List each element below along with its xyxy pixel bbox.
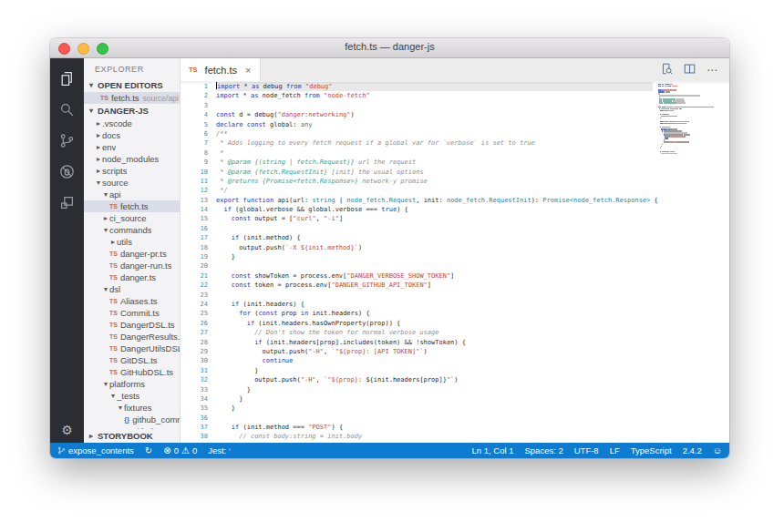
tree-item-danger-run-ts[interactable]: TSdanger-run.ts bbox=[84, 260, 180, 271]
tree-item-danger-pr-ts[interactable]: TSdanger-pr.ts bbox=[84, 248, 180, 260]
code-line-2[interactable]: 2import * as node_fetch from "node-fetch… bbox=[181, 91, 653, 100]
code-line-20[interactable]: 20 bbox=[181, 261, 653, 271]
cursor-position[interactable]: Ln 1, Col 1 bbox=[472, 445, 514, 455]
code-line-22[interactable]: 22 const token = process.env["DANGER_GIT… bbox=[181, 281, 653, 290]
code-line-32[interactable]: 32 output.push("-H", `"${prop}: ${init.h… bbox=[181, 375, 653, 384]
open-editor-fetch-ts[interactable]: TS fetch.ts source/api bbox=[84, 92, 180, 104]
tree-item-danger-ts[interactable]: TSdanger.ts bbox=[84, 271, 180, 283]
code-line-10[interactable]: 10 * @param {fetch.RequestInit} [init] t… bbox=[181, 168, 653, 177]
sidebar-item-extensions[interactable] bbox=[50, 189, 84, 220]
code-line-16[interactable]: 16 bbox=[181, 224, 653, 233]
sidebar-item-source-control[interactable] bbox=[50, 127, 84, 158]
split-editor-icon[interactable] bbox=[684, 62, 696, 78]
code-line-38[interactable]: 38 // const body:string = init.body bbox=[181, 432, 653, 441]
tree-item-dangerresults-ts[interactable]: TSDangerResults.ts bbox=[84, 331, 180, 343]
tree-item--tests[interactable]: ▾_tests bbox=[84, 390, 180, 402]
tab-label: fetch.ts bbox=[205, 65, 237, 76]
typescript-file-icon: TS bbox=[109, 369, 118, 375]
tree-item-githubdsl-ts[interactable]: TSGitHubDSL.ts bbox=[84, 366, 180, 378]
problems-status[interactable]: ⊗ 0 ⚠ 0 bbox=[163, 445, 197, 455]
tree-item-api[interactable]: ▾api bbox=[84, 189, 180, 200]
tree-item-dangerdsl-ts[interactable]: TSDangerDSL.ts bbox=[84, 319, 180, 331]
titlebar[interactable]: fetch.ts — danger-js bbox=[50, 38, 729, 58]
code-line-21[interactable]: 21 const showToken = process.env["DANGER… bbox=[181, 271, 653, 281]
code-line-19[interactable]: 19 } bbox=[181, 252, 653, 261]
code-line-3[interactable]: 3 bbox=[181, 101, 653, 110]
tree-item-dangerutilsdsl-ts[interactable]: TSDangerUtilsDSL.ts bbox=[84, 343, 180, 354]
eol-setting[interactable]: LF bbox=[610, 445, 620, 455]
open-editor-detail: source/api bbox=[143, 94, 179, 103]
code-line-34[interactable]: 34 } bbox=[181, 394, 653, 404]
code-editor[interactable]: 1import * as debug from "debug"2import *… bbox=[181, 81, 653, 442]
tab-fetch-ts[interactable]: TS fetch.ts × bbox=[181, 58, 261, 81]
tree-item--vscode[interactable]: ▸.vscode bbox=[84, 118, 180, 129]
tree-item-github-commen-[interactable]: {}github_commen.. bbox=[84, 414, 180, 425]
code-line-36[interactable]: 36 bbox=[181, 414, 653, 423]
code-line-14[interactable]: 14 if (global.verbose && global.verbose … bbox=[181, 205, 653, 214]
code-line-28[interactable]: 28 if (init.headers[prop].includes(token… bbox=[181, 338, 653, 347]
code-line-29[interactable]: 29 output.push("-H", `"${prop}: [API TOK… bbox=[181, 347, 653, 356]
tree-item-utils[interactable]: ▸utils bbox=[84, 236, 180, 248]
tree-item-fixtures[interactable]: ▾fixtures bbox=[84, 402, 180, 414]
code-line-9[interactable]: 9 * @param {(string | fetch.Request)} ur… bbox=[181, 158, 653, 167]
code-line-1[interactable]: 1import * as debug from "debug" bbox=[181, 82, 653, 91]
tree-item-gitdsl-ts[interactable]: TSGitDSL.ts bbox=[84, 354, 180, 366]
sync-button[interactable]: ↻ bbox=[145, 445, 152, 455]
code-line-7[interactable]: 7 * Adds logging to every fetch request … bbox=[181, 138, 653, 148]
close-tab-icon[interactable]: × bbox=[245, 65, 251, 76]
open-editors-header[interactable]: ▾ OPEN EDITORS bbox=[84, 78, 180, 92]
tree-item-fetch-ts[interactable]: TSfetch.ts bbox=[84, 200, 180, 212]
code-line-8[interactable]: 8 * bbox=[181, 148, 653, 158]
sidebar-item-explorer[interactable] bbox=[50, 65, 84, 96]
code-line-6[interactable]: 6/** bbox=[181, 129, 653, 138]
code-line-18[interactable]: 18 output.push(`-X ${init.method}`) bbox=[181, 243, 653, 252]
tree-item-ci-source[interactable]: ▸ci_source bbox=[84, 212, 180, 224]
code-line-33[interactable]: 33 } bbox=[181, 385, 653, 394]
tree-item-commit-ts[interactable]: TSCommit.ts bbox=[84, 307, 180, 319]
minimap[interactable] bbox=[658, 84, 722, 155]
line-number: 2 bbox=[181, 91, 216, 100]
code-line-24[interactable]: 24 if (init.headers) { bbox=[181, 300, 653, 309]
typescript-version[interactable]: 2.4.2 bbox=[683, 445, 702, 455]
tree-item-scripts[interactable]: ▸scripts bbox=[84, 165, 180, 177]
code-line-27[interactable]: 27 // Don't show the token for normal ve… bbox=[181, 328, 653, 337]
git-branch-status[interactable]: expose_contents bbox=[57, 445, 134, 455]
indentation-setting[interactable]: Spaces: 2 bbox=[524, 445, 562, 455]
storybook-section-header[interactable]: ▸ STORYBOOK bbox=[84, 429, 180, 443]
code-line-4[interactable]: 4const d = debug("danger:networking") bbox=[181, 110, 653, 119]
tree-item-source[interactable]: ▾source bbox=[84, 177, 180, 189]
project-section-header[interactable]: ▾ DANGER-JS bbox=[84, 104, 180, 118]
code-line-17[interactable]: 17 if (init.method) { bbox=[181, 233, 653, 242]
tree-item-label: danger-pr.ts bbox=[120, 249, 167, 259]
tree-item-env[interactable]: ▸env bbox=[84, 141, 180, 153]
code-line-25[interactable]: 25 for (const prop in init.headers) { bbox=[181, 309, 653, 318]
tree-item-aliases-ts[interactable]: TSAliases.ts bbox=[84, 295, 180, 307]
typescript-file-icon: TS bbox=[109, 310, 118, 316]
code-line-35[interactable]: 35 } bbox=[181, 404, 653, 413]
encoding-setting[interactable]: UTF-8 bbox=[574, 445, 599, 455]
code-line-26[interactable]: 26 if (init.headers.hasOwnProperty(prop)… bbox=[181, 319, 653, 328]
feedback-smiley-icon[interactable]: ☺ bbox=[713, 445, 722, 455]
more-actions-icon[interactable]: ⋯ bbox=[707, 64, 718, 77]
code-line-31[interactable]: 31 } bbox=[181, 366, 653, 375]
tree-item-commands[interactable]: ▾commands bbox=[84, 224, 180, 236]
tree-item-node-modules[interactable]: ▸node_modules bbox=[84, 153, 180, 165]
tree-item-dsl[interactable]: ▾dsl bbox=[84, 283, 180, 295]
tree-item-docs[interactable]: ▸docs bbox=[84, 129, 180, 141]
code-line-15[interactable]: 15 const output = ["curl", "-i"] bbox=[181, 214, 653, 223]
code-line-23[interactable]: 23 bbox=[181, 291, 653, 300]
language-mode[interactable]: TypeScript bbox=[631, 445, 672, 455]
code-line-11[interactable]: 11 * @returns {Promise<fetch.Response>} … bbox=[181, 177, 653, 186]
code-line-12[interactable]: 12 */ bbox=[181, 186, 653, 195]
open-preview-icon[interactable] bbox=[661, 62, 673, 78]
jest-status[interactable]: Jest: ᶠ bbox=[208, 445, 230, 455]
code-line-37[interactable]: 37 if (init.method === "POST") { bbox=[181, 423, 653, 432]
code-line-13[interactable]: 13export function api(url: string | node… bbox=[181, 196, 653, 205]
sidebar-item-debug[interactable] bbox=[50, 158, 84, 189]
code-line-5[interactable]: 5declare const global: any bbox=[181, 120, 653, 129]
sidebar-item-search[interactable] bbox=[50, 96, 84, 127]
tree-item-platforms[interactable]: ▾platforms bbox=[84, 378, 180, 390]
code-line-30[interactable]: 30 continue bbox=[181, 356, 653, 365]
tree-item-label: fetch.ts bbox=[120, 201, 149, 211]
settings-gear-icon[interactable]: ⚙ bbox=[50, 423, 84, 437]
